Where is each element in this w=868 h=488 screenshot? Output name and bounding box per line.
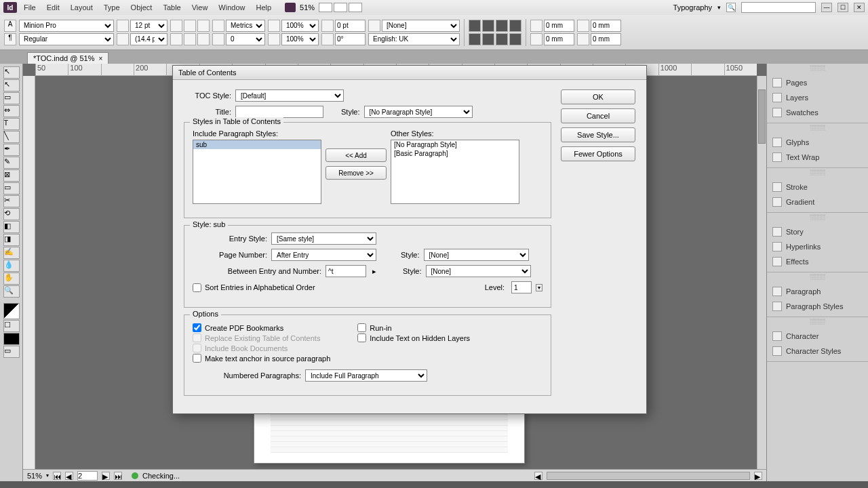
panel-swatches[interactable]: Swatches (767, 105, 868, 120)
apply-color-icon[interactable] (3, 333, 20, 345)
hidden-checkbox[interactable] (357, 333, 366, 342)
rect-frame-tool[interactable]: ⊠ (3, 169, 20, 182)
panel-glyphs[interactable]: Glyphs (767, 135, 868, 150)
canvas[interactable]: 5010020030040050060070080090010001050 Th… (23, 64, 766, 481)
menu-window[interactable]: Window (213, 2, 250, 13)
pencil-tool[interactable]: ✎ (3, 157, 20, 169)
workspace-switcher[interactable]: Typography (673, 3, 712, 12)
add-button[interactable]: << Add (326, 148, 387, 162)
between-style-select[interactable]: [None] (426, 265, 531, 277)
level-input[interactable] (511, 281, 532, 293)
panel-grip[interactable]: ░░░░ (767, 272, 868, 281)
vscale-select[interactable]: 100% (281, 20, 319, 32)
indent-last-input[interactable] (591, 33, 621, 45)
arrange-docs-icon[interactable] (349, 3, 362, 12)
sort-checkbox[interactable] (193, 283, 201, 292)
minimize-button[interactable]: — (821, 3, 832, 12)
baseline-input[interactable] (335, 20, 366, 32)
remove-button[interactable]: Remove >> (326, 166, 387, 180)
fill-stroke-swap[interactable] (3, 303, 20, 319)
gap-tool[interactable]: ⇔ (3, 105, 20, 117)
panel-story[interactable]: Story (767, 224, 868, 239)
list-item[interactable]: [Basic Paragraph] (391, 149, 519, 158)
runin-checkbox[interactable] (357, 323, 366, 332)
font-size-select[interactable]: 12 pt (130, 20, 167, 32)
next-page-icon[interactable]: ▶ (102, 472, 110, 480)
page-tool[interactable]: ▭ (3, 92, 20, 104)
panel-paragraph[interactable]: Paragraph (767, 284, 868, 299)
superscript-icon[interactable] (197, 20, 210, 32)
anchor-checkbox[interactable] (193, 354, 201, 363)
menu-type[interactable]: Type (98, 2, 125, 13)
scroll-right-icon[interactable]: ▶ (754, 472, 762, 480)
menu-object[interactable]: Object (125, 2, 158, 13)
menu-table[interactable]: Table (157, 2, 186, 13)
cancel-button[interactable]: Cancel (561, 108, 635, 123)
language-select[interactable]: English: UK (368, 33, 460, 45)
format-container-icon[interactable]: ☐ (3, 320, 20, 332)
transform-tool[interactable]: ⟲ (3, 208, 20, 220)
charstyle-select[interactable]: [None] (382, 20, 460, 32)
panel-grip[interactable]: ░░░░ (767, 123, 868, 132)
fewer-options-button[interactable]: Fewer Options (561, 146, 635, 161)
panel-character[interactable]: Character (767, 329, 868, 344)
include-styles-list[interactable]: sub (193, 140, 321, 204)
panel-effects[interactable]: Effects (767, 254, 868, 269)
allcaps-icon[interactable] (170, 20, 182, 32)
panel-layers[interactable]: Layers (767, 90, 868, 105)
title-input[interactable] (235, 106, 323, 118)
selection-tool[interactable]: ↖ (3, 66, 20, 79)
menu-file[interactable]: File (18, 2, 41, 13)
view-options-icon[interactable] (319, 3, 332, 12)
underline-icon[interactable] (184, 33, 196, 45)
replace-checkbox[interactable] (193, 333, 201, 342)
panel-paragraph-styles[interactable]: Paragraph Styles (767, 299, 868, 314)
gradient-feather-tool[interactable]: ◨ (3, 234, 20, 246)
zoom-display[interactable]: 51% (297, 3, 317, 12)
panel-hyperlinks[interactable]: Hyperlinks (767, 239, 868, 254)
bridge-icon[interactable] (285, 3, 296, 12)
special-char-icon[interactable]: ▸ (370, 267, 378, 276)
level-stepper[interactable]: ▾ (536, 284, 542, 291)
char-format-icon[interactable]: A (4, 20, 16, 32)
gradient-swatch-tool[interactable]: ◧ (3, 221, 20, 233)
panel-grip[interactable]: ░░░░ (767, 317, 868, 326)
kerning-select[interactable]: Metrics (226, 20, 265, 32)
panel-stroke[interactable]: Stroke (767, 180, 868, 195)
other-styles-list[interactable]: [No Paragraph Style] [Basic Paragraph] (391, 140, 519, 204)
panel-gradient[interactable]: Gradient (767, 195, 868, 209)
first-page-icon[interactable]: ⏮ (53, 472, 61, 480)
list-item[interactable]: sub (193, 140, 321, 149)
toc-style-select[interactable]: [Default] (235, 89, 344, 102)
direct-selection-tool[interactable]: ↖ (3, 79, 20, 92)
panel-grip[interactable]: ░░░░ (767, 213, 868, 222)
book-checkbox[interactable] (193, 344, 201, 352)
rect-tool[interactable]: ▭ (3, 182, 20, 195)
preflight-label[interactable]: Checking... (142, 472, 180, 480)
ok-button[interactable]: OK (561, 89, 635, 104)
indent-first-input[interactable] (544, 33, 574, 45)
between-input[interactable] (326, 265, 366, 277)
type-tool[interactable]: T (3, 118, 20, 130)
panel-character-styles[interactable]: Character Styles (767, 344, 868, 359)
page-num-style-select[interactable]: [None] (424, 249, 529, 261)
prev-page-icon[interactable]: ◀ (65, 472, 73, 480)
panel-grip[interactable]: ░░░░ (767, 168, 868, 177)
scissors-tool[interactable]: ✂ (3, 195, 20, 207)
smallcaps-icon[interactable] (184, 20, 196, 32)
list-item[interactable]: [No Paragraph Style] (391, 140, 519, 149)
zoom-status[interactable]: 51% (27, 472, 42, 480)
tracking-select[interactable]: 0 (226, 33, 265, 45)
align-center-icon[interactable] (482, 20, 494, 32)
justify-icon[interactable] (509, 20, 521, 32)
document-tab[interactable]: *TOC.indd @ 51% × (27, 52, 108, 64)
scroll-thumb[interactable] (758, 89, 766, 144)
subscript-icon[interactable] (170, 33, 182, 45)
scroll-left-icon[interactable]: ◀ (534, 472, 542, 480)
pdf-bookmarks-checkbox[interactable] (193, 323, 201, 332)
page-input[interactable] (77, 471, 98, 481)
justify5-icon[interactable] (509, 33, 521, 45)
search-input[interactable] (741, 2, 816, 13)
last-page-icon[interactable]: ⏭ (114, 472, 122, 480)
font-style-select[interactable]: Regular (19, 33, 114, 45)
